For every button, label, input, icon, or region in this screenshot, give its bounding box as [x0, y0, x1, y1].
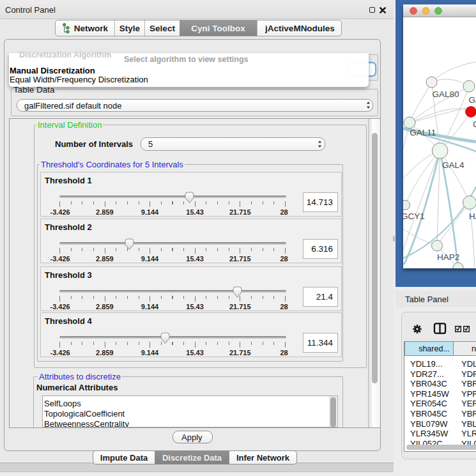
svg-text:GA: GA	[469, 95, 476, 105]
svg-text:GAL4: GAL4	[442, 160, 464, 170]
svg-text:GAL80: GAL80	[433, 89, 459, 99]
svg-text:C: C	[473, 119, 476, 129]
svg-text:HAP2: HAP2	[437, 252, 459, 262]
svg-text:GCY1: GCY1	[403, 211, 425, 221]
svg-text:GAL11: GAL11	[410, 128, 436, 137]
svg-text:HA: HA	[469, 211, 476, 221]
